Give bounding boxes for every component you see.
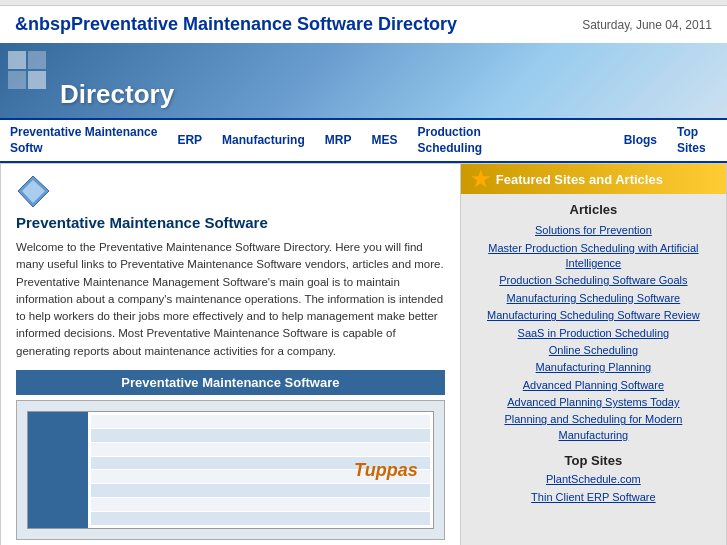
right-panel: Featured Sites and Articles Articles Sol… xyxy=(460,164,726,545)
site-title: &nbspPreventative Maintenance Software D… xyxy=(15,14,457,35)
nav-pms[interactable]: Preventative MaintenanceSoftw xyxy=(10,125,157,156)
tuppas-logo: Tuppas xyxy=(354,459,418,480)
article-link-0[interactable]: Solutions for Prevention xyxy=(471,223,716,238)
screenshot-row xyxy=(91,415,430,428)
article-link-1[interactable]: Master Production Scheduling with Artifi… xyxy=(471,241,716,272)
nav-mes[interactable]: MES xyxy=(371,133,397,149)
screenshot-row xyxy=(91,498,430,511)
banner: Directory xyxy=(0,43,727,118)
screenshot-inner: Tuppas xyxy=(27,411,434,529)
nav-production[interactable]: ProductionScheduling xyxy=(417,125,497,156)
nav-bar: Preventative MaintenanceSoftw ERP Manufa… xyxy=(0,118,727,163)
banner-block-2 xyxy=(28,51,46,69)
screenshot-row xyxy=(91,512,430,525)
article-link-3[interactable]: Manufacturing Scheduling Software xyxy=(471,291,716,306)
article-link-10[interactable]: Planning and Scheduling for Modern Manuf… xyxy=(471,412,716,443)
screenshot-row xyxy=(91,484,430,497)
header-date: Saturday, June 04, 2011 xyxy=(582,18,712,32)
article-link-4[interactable]: Manufacturing Scheduling Software Review xyxy=(471,308,716,323)
top-sites-title: Top Sites xyxy=(471,453,716,468)
nav-erp[interactable]: ERP xyxy=(177,133,202,149)
featured-header-text: Featured Sites and Articles xyxy=(496,172,663,187)
header: &nbspPreventative Maintenance Software D… xyxy=(0,6,727,43)
article-link-9[interactable]: Advanced Planning Systems Today xyxy=(471,395,716,410)
featured-header: Featured Sites and Articles xyxy=(461,164,726,194)
articles-title: Articles xyxy=(471,202,716,217)
nav-mrp[interactable]: MRP xyxy=(325,133,352,149)
content-area: Preventative Maintenance Software Welcom… xyxy=(0,163,727,545)
banner-text: Directory xyxy=(60,79,174,110)
screenshot-row xyxy=(91,429,430,442)
article-link-7[interactable]: Manufacturing Planning xyxy=(471,360,716,375)
left-panel: Preventative Maintenance Software Welcom… xyxy=(1,164,460,545)
article-link-5[interactable]: SaaS in Production Scheduling xyxy=(471,326,716,341)
article-link-6[interactable]: Online Scheduling xyxy=(471,343,716,358)
top-site-link-0[interactable]: PlantSchedule.com xyxy=(471,472,716,487)
nav-blogs[interactable]: Blogs xyxy=(624,133,657,149)
software-banner: Preventative Maintenance Software xyxy=(16,370,445,395)
left-icon-area xyxy=(16,174,445,209)
banner-block-3 xyxy=(8,71,26,89)
articles-section: Articles Solutions for Prevention Master… xyxy=(461,194,726,515)
article-link-8[interactable]: Advanced Planning Software xyxy=(471,378,716,393)
nav-top[interactable]: TopSites xyxy=(677,125,717,156)
main-content-title: Preventative Maintenance Software xyxy=(16,214,445,231)
diamond-icon xyxy=(16,174,51,209)
banner-block-1 xyxy=(8,51,26,69)
top-site-link-1[interactable]: Thin Client ERP Software xyxy=(471,490,716,505)
star-icon xyxy=(471,169,491,189)
banner-block-4 xyxy=(28,71,46,89)
screenshot-area: Tuppas xyxy=(16,400,445,540)
banner-blocks xyxy=(8,51,46,89)
screenshot-sidebar xyxy=(28,412,88,528)
main-content-text: Welcome to the Preventative Maintenance … xyxy=(16,239,445,360)
screenshot-row xyxy=(91,443,430,456)
nav-manufacturing[interactable]: Manufacturing xyxy=(222,133,305,149)
article-link-2[interactable]: Production Scheduling Software Goals xyxy=(471,273,716,288)
